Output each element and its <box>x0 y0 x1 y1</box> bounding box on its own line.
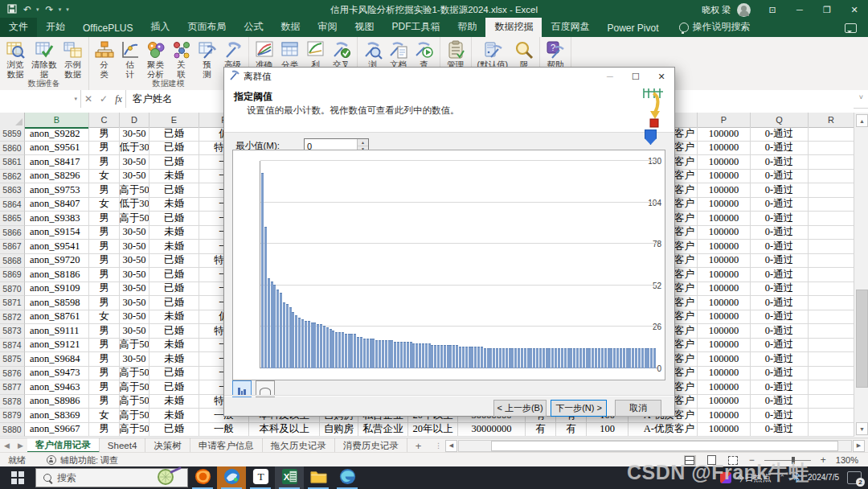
cell-C5859[interactable]: 男 <box>89 127 120 142</box>
cell-P5878[interactable]: 100000 <box>698 395 751 409</box>
cell-R5877[interactable] <box>809 380 854 395</box>
cell-R5876[interactable] <box>809 367 854 381</box>
cell-R5866[interactable] <box>809 226 854 240</box>
cell-D5879[interactable]: 高于50 <box>120 409 149 423</box>
cell-D5876[interactable]: 高于50 <box>120 367 149 381</box>
cell-R5878[interactable] <box>809 395 854 409</box>
cell-P5866[interactable]: 100000 <box>698 226 751 240</box>
cell-B5868[interactable]: anon_S9720 <box>25 254 89 269</box>
dialog-minimize-icon[interactable]: ─ <box>597 68 623 85</box>
cell-Q5880[interactable]: 0-通过 <box>751 423 809 438</box>
cell-Q5876[interactable]: 0-通过 <box>751 367 809 381</box>
cell-C5877[interactable]: 男 <box>89 380 120 395</box>
dialog-title-bar[interactable]: 离群值 ─ ☐ ✕ <box>224 68 674 85</box>
notification-center-icon[interactable]: 2 <box>847 471 862 484</box>
document-model-button[interactable]: 文档 <box>386 39 411 70</box>
ribbon-tab-审阅[interactable]: 审阅 <box>309 18 346 37</box>
accuracy-button[interactable]: 准确 <box>252 39 277 70</box>
cell-D5875[interactable]: 30-50 <box>120 352 149 367</box>
vertical-scrollbar[interactable]: ▲ ▼ <box>854 113 868 437</box>
cell-E5859[interactable]: 已婚 <box>149 127 199 142</box>
cell-B5867[interactable]: anon_S9541 <box>25 240 89 254</box>
new-sheet-button[interactable]: + <box>407 438 430 453</box>
cell-R5868[interactable] <box>809 254 854 269</box>
cluster-button[interactable]: 聚类分析 <box>143 39 169 80</box>
cell-Q5872[interactable]: 0-通过 <box>751 310 809 325</box>
forecast-button[interactable]: 预测 <box>194 39 220 80</box>
column-header-C[interactable]: C <box>89 113 120 128</box>
cell-P5879[interactable]: 100000 <box>698 409 751 423</box>
cell-Q5859[interactable]: 0-通过 <box>751 127 809 142</box>
cell-E5879[interactable]: 未婚 <box>149 409 199 423</box>
insert-function-icon[interactable]: fx <box>115 93 122 105</box>
row-header[interactable]: 5879 <box>0 409 25 423</box>
cell-P5876[interactable]: 100000 <box>698 367 751 381</box>
column-header-B[interactable]: B <box>25 113 89 129</box>
cell-C5868[interactable]: 男 <box>89 254 120 269</box>
start-button[interactable] <box>0 466 35 489</box>
expand-formula-bar-icon[interactable]: ˅ <box>859 93 863 101</box>
zoom-slider-thumb[interactable] <box>792 457 795 464</box>
cell-P5861[interactable]: 100000 <box>698 155 751 170</box>
cell-P5860[interactable]: 100000 <box>698 142 751 156</box>
column-header-E[interactable]: E <box>149 113 199 128</box>
row-header[interactable]: 5860 <box>0 142 25 156</box>
cell-Q5868[interactable]: 0-通过 <box>751 254 809 269</box>
cell-P5871[interactable]: 100000 <box>698 296 751 310</box>
cell-R5865[interactable] <box>809 212 854 226</box>
cell-E5876[interactable]: 已婚 <box>149 367 199 381</box>
cell-P5859[interactable]: 100000 <box>698 127 751 142</box>
confirm-entry-icon[interactable]: ✓ <box>100 93 108 105</box>
cell-P5868[interactable]: 100000 <box>698 254 751 269</box>
profit-button[interactable]: 利 <box>303 39 329 70</box>
cell-C5866[interactable]: 男 <box>89 226 120 240</box>
row-header[interactable]: 5862 <box>0 170 25 184</box>
undo-dropdown-icon[interactable]: ▾ <box>34 6 42 13</box>
cell-E5865[interactable]: 已婚 <box>149 212 199 226</box>
cell-C5860[interactable]: 男 <box>89 142 120 156</box>
scroll-right-icon[interactable]: ▶ <box>853 440 865 452</box>
sheet-tab-Sheet4[interactable]: Sheet4 <box>100 438 145 453</box>
taskbar-app-firefox[interactable] <box>188 466 217 489</box>
cell-B5870[interactable]: anon_S9109 <box>25 282 89 297</box>
cell-B5861[interactable]: anon_S8417 <box>25 155 89 170</box>
cell-P5869[interactable]: 100000 <box>698 268 751 282</box>
cell-E5878[interactable]: 未婚 <box>149 395 199 409</box>
cell-Q5873[interactable]: 0-通过 <box>751 324 809 339</box>
cell-D5869[interactable]: 30-50 <box>120 268 149 282</box>
cell-B5874[interactable]: anon_S9121 <box>25 339 89 353</box>
cell-K5880[interactable]: 30000000 <box>458 423 526 438</box>
sheet-tab-消费历史记录[interactable]: 消费历史记录 <box>335 438 407 453</box>
cell-P5877[interactable]: 100000 <box>698 380 751 395</box>
scroll-down-icon[interactable]: ▼ <box>856 422 868 435</box>
column-header-Q[interactable]: Q <box>751 113 809 128</box>
hotspot-tray-item[interactable]: 今日热点 <box>720 472 772 484</box>
cell-B5877[interactable]: anon_S9463 <box>25 380 89 395</box>
cell-D5868[interactable]: 30-50 <box>120 254 149 269</box>
name-box[interactable]: ▾ <box>0 90 81 108</box>
row-header[interactable]: 5876 <box>0 367 25 381</box>
cell-C5878[interactable]: 男 <box>89 395 120 409</box>
cell-E5873[interactable]: 已婚 <box>149 324 199 339</box>
ribbon-tab-开始[interactable]: 开始 <box>37 18 74 37</box>
cell-R5879[interactable] <box>809 409 854 423</box>
cell-B5869[interactable]: anon_S8186 <box>25 268 89 282</box>
ribbon-tab-数据挖掘[interactable]: 数据挖掘 <box>485 18 542 37</box>
cell-C5879[interactable]: 女 <box>89 409 120 423</box>
cell-D5864[interactable]: 低于30 <box>120 198 149 212</box>
cell-C5875[interactable]: 男 <box>89 352 120 367</box>
cell-E5860[interactable]: 已婚 <box>149 142 199 156</box>
ribbon-tab-公式[interactable]: 公式 <box>235 18 272 37</box>
cell-B5880[interactable]: anon_S9667 <box>25 423 89 438</box>
row-header[interactable]: 5866 <box>0 226 25 240</box>
cell-Q5862[interactable]: 0-通过 <box>751 170 809 184</box>
cell-R5870[interactable] <box>809 282 854 297</box>
column-header-D[interactable]: D <box>120 113 149 128</box>
cell-D5877[interactable]: 高于50 <box>120 380 149 395</box>
ribbon-tab-OfficePLUS[interactable]: OfficePLUS <box>74 20 141 37</box>
page-layout-view-icon[interactable] <box>706 455 718 466</box>
cell-C5872[interactable]: 女 <box>89 310 120 325</box>
cell-P5867[interactable]: 100000 <box>698 240 751 254</box>
cell-R5875[interactable] <box>809 352 854 367</box>
browse-data-button[interactable]: 浏览数据 <box>2 39 28 80</box>
